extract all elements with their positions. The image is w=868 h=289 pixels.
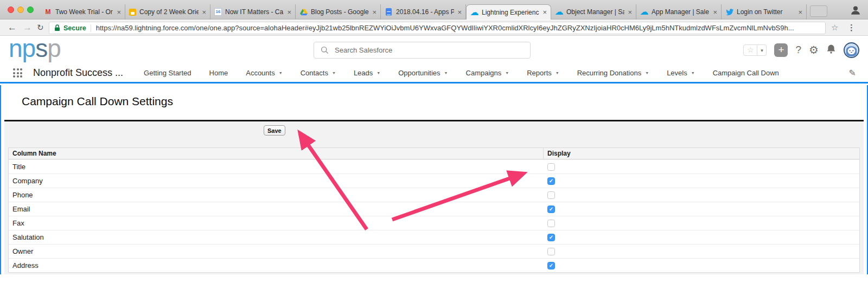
chevron-down-icon[interactable]: ▼	[691, 71, 695, 75]
close-icon[interactable]: ×	[798, 9, 802, 16]
table-row-address: Address ✓	[9, 258, 859, 272]
browser-tab-twitter[interactable]: Login on Twitter ×	[722, 4, 807, 20]
url-separator	[91, 24, 91, 32]
secure-label: Secure	[63, 24, 86, 32]
table-row-company: Company ✓	[9, 174, 859, 188]
edit-pencil-icon[interactable]: ✎	[849, 68, 856, 78]
nav-item-leads[interactable]: Leads▼	[354, 69, 380, 77]
salesforce-icon: ☁	[470, 8, 478, 16]
tab-title: Lightning Experienc	[482, 9, 539, 16]
chevron-down-icon[interactable]: ▼	[376, 71, 380, 75]
browser-profile-icon[interactable]	[850, 4, 861, 16]
browser-tab-object-manager[interactable]: ☁ Object Manager | Sa ×	[551, 4, 636, 20]
browser-toolbar: ← → ↻ Secure https://na59.lightning.forc…	[0, 20, 868, 36]
close-icon[interactable]: ×	[457, 9, 462, 16]
search-placeholder: Search Salesforce	[335, 46, 392, 54]
nav-item-contacts[interactable]: Contacts▼	[301, 69, 336, 77]
settings-table: Column Name Display Title Company ✓ Phon…	[8, 147, 860, 273]
table-row-email: Email ✓	[9, 202, 859, 216]
chevron-down-icon[interactable]: ▼	[279, 71, 283, 75]
nav-item-levels[interactable]: Levels▼	[667, 69, 695, 77]
twitter-icon	[725, 8, 733, 16]
browser-tab-calendar[interactable]: 16 Now IT Matters - Ca ×	[210, 4, 296, 20]
owner-display-checkbox[interactable]	[547, 248, 555, 255]
notifications-bell-icon[interactable]	[826, 44, 836, 56]
bookmark-star-icon[interactable]: ☆	[831, 20, 838, 36]
save-button[interactable]: Save	[264, 125, 285, 136]
slides-icon	[129, 9, 136, 16]
company-display-checkbox[interactable]: ✓	[547, 177, 555, 185]
docs-icon	[385, 8, 393, 16]
settings-panel: Save Column Name Display Title Company ✓…	[4, 121, 864, 274]
nav-item-accounts[interactable]: Accounts▼	[246, 69, 282, 77]
column-header-name: Column Name	[9, 150, 56, 157]
close-icon[interactable]: ×	[117, 9, 121, 16]
salutation-display-checkbox[interactable]: ✓	[547, 234, 555, 241]
url-text: https://na59.lightning.force.com/one/one…	[96, 24, 820, 32]
header-icon-group: ☆ ▾ + ? ⚙	[743, 41, 859, 59]
logo-letter: p	[22, 34, 36, 62]
chevron-down-icon[interactable]: ▼	[444, 71, 448, 75]
setup-gear-icon[interactable]: ⚙	[809, 43, 819, 56]
app-launcher-icon[interactable]	[13, 68, 22, 78]
email-display-checkbox[interactable]: ✓	[547, 205, 555, 213]
window-minimize-button[interactable]	[17, 7, 24, 13]
nav-item-recurring-donations[interactable]: Recurring Donations▼	[577, 69, 649, 77]
salesforce-icon: ☁	[555, 8, 563, 16]
column-header-display: Display	[547, 148, 571, 159]
chevron-down-icon[interactable]: ▼	[505, 71, 509, 75]
close-icon[interactable]: ×	[542, 9, 547, 16]
help-icon[interactable]: ?	[795, 44, 801, 56]
chevron-down-icon[interactable]: ▼	[645, 71, 649, 75]
table-row-salutation: Salutation ✓	[9, 230, 859, 244]
user-avatar[interactable]	[844, 42, 859, 58]
window-zoom-button[interactable]	[27, 7, 34, 13]
browser-tab-slides[interactable]: Copy of 2 Week Orie ×	[125, 4, 210, 20]
tab-strip: M Two Week Trial - Or × Copy of 2 Week O…	[40, 4, 807, 20]
nav-item-campaign-call-down[interactable]: Campaign Call Down	[713, 69, 779, 77]
nav-item-home[interactable]: Home	[209, 69, 228, 77]
column-divider	[543, 148, 544, 159]
browser-tab-gmail[interactable]: M Two Week Trial - Or ×	[40, 4, 125, 20]
close-icon[interactable]: ×	[713, 9, 717, 16]
title-display-checkbox[interactable]	[547, 163, 555, 171]
nav-item-campaigns[interactable]: Campaigns▼	[466, 69, 509, 77]
close-icon[interactable]: ×	[202, 9, 206, 16]
browser-menu-icon[interactable]: ⋮	[847, 20, 856, 36]
global-actions-plus-icon[interactable]: +	[774, 43, 788, 57]
browser-tab-docs[interactable]: 2018.04.16 - Apps P ×	[381, 4, 466, 20]
nav-items: Getting Started Home Accounts▼ Contacts▼…	[144, 69, 779, 77]
address-display-checkbox[interactable]: ✓	[547, 262, 555, 269]
calendar-icon: 16	[214, 8, 222, 16]
close-icon[interactable]: ×	[628, 9, 632, 16]
favorites-combo: ☆ ▾	[743, 44, 767, 56]
fax-display-checkbox[interactable]	[547, 220, 555, 227]
browser-tab-lightning-active[interactable]: ☁ Lightning Experienc ×	[466, 4, 551, 20]
phone-display-checkbox[interactable]	[547, 191, 555, 199]
lock-icon	[54, 24, 60, 31]
close-icon[interactable]: ×	[287, 9, 291, 16]
drive-icon	[299, 8, 308, 16]
global-search-input[interactable]: Search Salesforce	[314, 42, 531, 59]
nav-item-opportunities[interactable]: Opportunities▼	[398, 69, 448, 77]
app-name: Nonprofit Success ...	[33, 67, 123, 79]
nav-item-reports[interactable]: Reports▼	[527, 69, 559, 77]
tab-title: App Manager | Sale	[652, 8, 710, 16]
favorites-dropdown-icon[interactable]: ▾	[757, 44, 767, 56]
page-title: Campaign Call Down Settings	[22, 95, 173, 108]
browser-tab-app-manager[interactable]: ☁ App Manager | Sale ×	[636, 4, 722, 20]
table-row-title: Title	[9, 159, 859, 174]
window-close-button[interactable]	[8, 7, 14, 13]
tab-title: Copy of 2 Week Orie	[139, 8, 199, 16]
nav-item-getting-started[interactable]: Getting Started	[144, 69, 191, 77]
logo-letter: s	[35, 34, 47, 62]
url-bar[interactable]: Secure https://na59.lightning.force.com/…	[49, 22, 826, 34]
new-tab-button[interactable]	[810, 5, 827, 17]
chevron-down-icon[interactable]: ▼	[332, 71, 336, 75]
browser-tab-drive[interactable]: Blog Posts - Google ×	[296, 4, 381, 20]
favorites-star-icon[interactable]: ☆	[743, 44, 757, 56]
table-row-owner: Owner	[9, 244, 859, 258]
chevron-down-icon[interactable]: ▼	[556, 71, 559, 75]
npsp-logo: npsp	[9, 34, 61, 63]
close-icon[interactable]: ×	[372, 9, 376, 16]
